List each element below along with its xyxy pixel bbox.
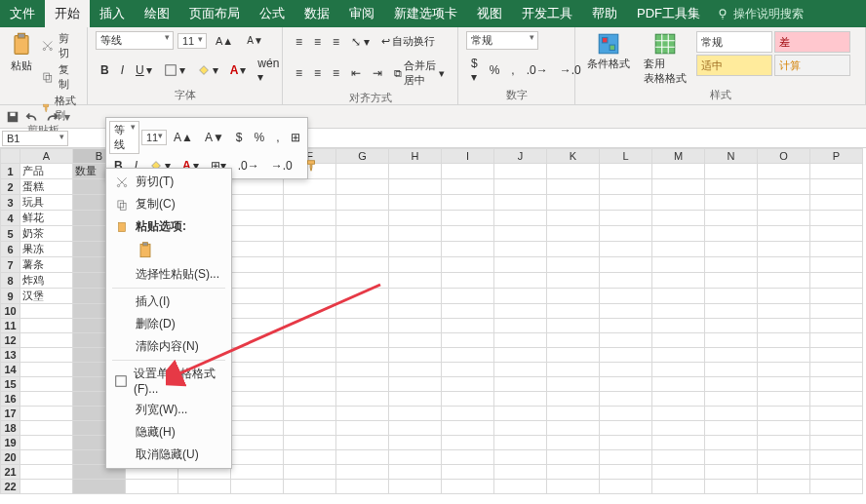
cell[interactable] xyxy=(758,436,810,450)
row-header[interactable]: 19 xyxy=(1,436,20,450)
mini-format-painter[interactable] xyxy=(299,156,323,175)
cell[interactable] xyxy=(389,333,442,348)
cell[interactable] xyxy=(652,450,705,465)
cell[interactable] xyxy=(442,465,494,480)
cell[interactable] xyxy=(284,242,336,257)
cell[interactable] xyxy=(231,257,284,273)
cell[interactable] xyxy=(547,450,600,465)
cell[interactable] xyxy=(758,333,810,348)
cell[interactable] xyxy=(284,211,336,226)
cell[interactable] xyxy=(547,407,600,421)
cell[interactable] xyxy=(652,242,705,257)
cell[interactable] xyxy=(705,304,758,319)
cell[interactable] xyxy=(494,348,547,363)
cell[interactable] xyxy=(600,211,652,226)
cell[interactable] xyxy=(810,333,863,348)
cell[interactable] xyxy=(547,333,600,348)
cell[interactable] xyxy=(705,377,758,392)
cell[interactable] xyxy=(389,289,442,304)
mini-currency[interactable]: $ xyxy=(231,128,248,147)
cell[interactable] xyxy=(20,407,73,421)
cell[interactable] xyxy=(705,164,758,179)
cell[interactable] xyxy=(336,273,389,289)
copy-button[interactable]: 复制 xyxy=(41,62,79,92)
cell[interactable] xyxy=(442,450,494,465)
cell[interactable]: 产品 xyxy=(20,164,73,179)
cell[interactable] xyxy=(705,257,758,273)
cell[interactable] xyxy=(284,226,336,242)
mini-percent[interactable]: % xyxy=(249,128,269,147)
cell[interactable] xyxy=(20,465,73,480)
cell[interactable] xyxy=(336,436,389,450)
tab-page-layout[interactable]: 页面布局 xyxy=(179,0,250,27)
cell[interactable] xyxy=(705,333,758,348)
mini-font-select[interactable]: 等线 xyxy=(109,121,139,154)
tab-help[interactable]: 帮助 xyxy=(582,0,627,27)
cell[interactable] xyxy=(652,392,705,407)
cell[interactable] xyxy=(652,377,705,392)
cell[interactable] xyxy=(494,164,547,179)
cell[interactable] xyxy=(547,195,600,211)
cell[interactable] xyxy=(600,480,652,494)
ctx-insert[interactable]: 插入(I) xyxy=(106,291,231,313)
cell[interactable] xyxy=(442,242,494,257)
cell[interactable] xyxy=(494,242,547,257)
cell[interactable] xyxy=(442,348,494,363)
cell[interactable] xyxy=(389,164,442,179)
font-name-select[interactable]: 等线 xyxy=(96,31,174,50)
cell[interactable] xyxy=(336,392,389,407)
wrap-text-button[interactable]: ↩ 自动换行 xyxy=(376,31,440,52)
col-header-a[interactable]: A xyxy=(20,149,73,164)
cell[interactable] xyxy=(705,319,758,333)
cell[interactable] xyxy=(705,480,758,494)
row-header[interactable]: 13 xyxy=(1,348,20,363)
col-header-g[interactable]: G xyxy=(336,149,389,164)
cell[interactable] xyxy=(231,195,284,211)
cell[interactable] xyxy=(126,480,178,494)
cell[interactable] xyxy=(810,211,863,226)
cell[interactable] xyxy=(547,211,600,226)
cell[interactable] xyxy=(389,319,442,333)
cell[interactable] xyxy=(810,436,863,450)
cell[interactable] xyxy=(336,179,389,195)
cell[interactable] xyxy=(705,421,758,436)
row-header[interactable]: 21 xyxy=(1,465,20,480)
cell[interactable] xyxy=(652,363,705,377)
cell[interactable] xyxy=(442,164,494,179)
cell-style-bad[interactable]: 差 xyxy=(774,31,850,53)
cell[interactable] xyxy=(652,226,705,242)
row-header[interactable]: 7 xyxy=(1,257,20,273)
cell[interactable] xyxy=(389,480,442,494)
cell[interactable] xyxy=(284,436,336,450)
cell[interactable] xyxy=(652,421,705,436)
cell[interactable] xyxy=(336,421,389,436)
cell[interactable] xyxy=(442,179,494,195)
cell[interactable] xyxy=(231,226,284,242)
cell[interactable] xyxy=(547,421,600,436)
currency-button[interactable]: $ ▾ xyxy=(466,54,483,87)
cell[interactable] xyxy=(758,273,810,289)
cell[interactable] xyxy=(20,363,73,377)
ctx-cut[interactable]: 剪切(T) xyxy=(106,171,231,193)
cell[interactable] xyxy=(20,450,73,465)
cell[interactable] xyxy=(336,211,389,226)
cell[interactable] xyxy=(231,450,284,465)
cell[interactable] xyxy=(284,273,336,289)
cell[interactable] xyxy=(494,319,547,333)
cell[interactable] xyxy=(231,289,284,304)
cell[interactable] xyxy=(494,226,547,242)
cell[interactable] xyxy=(494,273,547,289)
font-color-button[interactable]: A▾ xyxy=(225,60,252,80)
row-header[interactable]: 12 xyxy=(1,333,20,348)
cell[interactable]: 玩具 xyxy=(20,195,73,211)
cell[interactable] xyxy=(600,392,652,407)
cell[interactable] xyxy=(652,211,705,226)
cell[interactable] xyxy=(389,407,442,421)
cell[interactable] xyxy=(336,257,389,273)
underline-button[interactable]: U ▾ xyxy=(131,60,157,80)
cell[interactable] xyxy=(705,465,758,480)
cell[interactable] xyxy=(547,436,600,450)
cell[interactable] xyxy=(810,421,863,436)
cell[interactable] xyxy=(810,164,863,179)
cell[interactable] xyxy=(600,257,652,273)
